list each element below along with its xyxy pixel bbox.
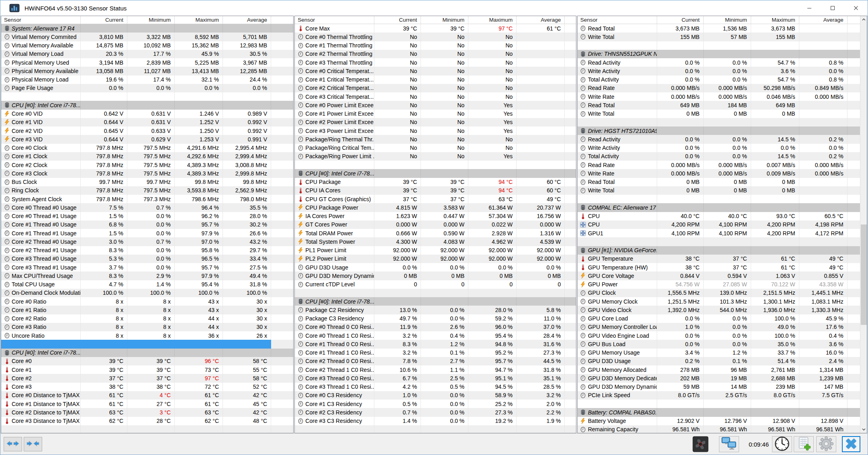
column-header-current[interactable]: Current	[374, 16, 421, 24]
maximize-button[interactable]	[821, 0, 844, 16]
sensor-row[interactable]: Ring Clock797.8 MHz797.5 MHz3,593.8 MHz2…	[1, 186, 293, 195]
sensor-row[interactable]: Core #0 Critical Temperat...NoNoNo	[295, 67, 576, 75]
sensor-row[interactable]: Physical Memory Available13,058 MB11,027…	[1, 67, 293, 75]
column-header-average[interactable]: Average	[223, 16, 271, 24]
sensor-row[interactable]: Core #1 Thread 1 C0 Resi...3.2 %0.1 %95.…	[295, 349, 576, 357]
sensor-row[interactable]: GPU D3D Memory Dynamic59 MB14 MB239 MB14…	[578, 383, 860, 391]
column-header-sensor[interactable]: Sensor	[578, 16, 657, 24]
settings-button[interactable]	[816, 436, 836, 452]
sensor-row[interactable]: Core #3 Power Limit Excee...NoNoYes	[295, 127, 576, 135]
remote-monitoring-button[interactable]	[719, 436, 739, 452]
report-button[interactable]	[794, 436, 814, 452]
sensor-row[interactable]: GPU14,100 RPM4,100 RPM4,200 RPM4,172 RPM	[578, 229, 860, 237]
sensor-row[interactable]: Core #1 VID0.644 V0.631 V1.252 V0.992 V	[1, 118, 293, 127]
sensor-row[interactable]: Core #3 Critical Temperat...NoNoNo	[295, 92, 576, 101]
scroll-up-button[interactable]	[860, 16, 867, 23]
sensor-row[interactable]: Read Rate0.000 MB/s0.000 MB/s50.298 MB/s…	[578, 84, 860, 92]
minimize-button[interactable]	[798, 0, 821, 16]
sensor-row[interactable]: Virtual Memory Available14,875 MB10,092 …	[1, 41, 293, 50]
sensor-row[interactable]: Core #0 Thread #1 Usage1.5 %0.0 %96.2 %2…	[1, 212, 293, 220]
sensor-row[interactable]: CPU IA Cores39 °C39 °C94 °C60 °C	[295, 186, 576, 195]
sensor-row[interactable]: Core #1 Thermal ThrottlingNoNoNo	[295, 41, 576, 50]
sensor-group-row[interactable]: CPU [#0]: Intel Core i7-78...	[295, 169, 576, 178]
sensor-row[interactable]: Core #2 Thread 0 C0 Resi...7.8 %2.7 %95.…	[295, 357, 576, 365]
sensor-row[interactable]: GPU Temperature38 °C37 °C61 °C49 °C	[578, 255, 860, 263]
sensor-row[interactable]: Core #1 Thread #1 Usage1.5 %0.0 %97.9 %2…	[1, 229, 293, 237]
sensor-row[interactable]: Core #2 Thermal ThrottlingNoNoNo	[295, 50, 576, 58]
sensor-row[interactable]: GPU Video Engine Load0.0 %0.0 %100.0 %0.…	[578, 331, 860, 340]
sensor-row[interactable]: Core #2 Thread 1 C0 Resi...10.6 %1.1 %94…	[295, 365, 576, 374]
sensor-row[interactable]: Core #2 Distance to TjMAX63 °C3 °C63 °C4…	[1, 408, 293, 416]
expand-columns-button[interactable]	[4, 437, 22, 451]
sensor-row[interactable]: GPU D3D Usage0.0 %0.0 %0.0 %0.0 %	[295, 263, 576, 271]
sensor-row[interactable]: GPU D3D Memory Dedicated202 MB19 MB2,688…	[578, 374, 860, 382]
sensor-row[interactable]: Core #3 Thread #0 Usage5.3 %0.0 %96.5 %3…	[1, 255, 293, 263]
sensor-row[interactable]: Uncore Ratio8 x8 x36 x26 x	[1, 331, 293, 340]
sensor-row[interactable]: GPU Core Voltage0.844 V0.594 V1.063 V0.8…	[578, 271, 860, 280]
sensor-row[interactable]: Core #0 Ratio8 x8 x43 x30 x	[1, 297, 293, 306]
sensor-row[interactable]: Core #2 Clock797.8 MHz797.5 MHz4,389.3 M…	[1, 161, 293, 169]
sensor-row[interactable]: Core #1 Thread #0 Usage6.8 %0.0 %95.7 %3…	[1, 220, 293, 229]
sensor-row[interactable]: Total System Power4.300 W4.083 W4.962 W4…	[295, 237, 576, 246]
sensor-row[interactable]: Total Activity0.0 %0.0 %14.5 %0.2 %	[578, 152, 860, 161]
sensor-row[interactable]: IA Cores Power1.623 W0.447 W57.304 W16.7…	[295, 212, 576, 220]
sensor-row[interactable]: Virtual Memory Load20.3 %17.7 %45.9 %30.…	[1, 50, 293, 58]
column-header-average[interactable]: Average	[799, 16, 848, 24]
sensor-row[interactable]: PCIe Link Speed8.0 GT/s2.5 GT/s8.0 GT/s7…	[578, 391, 860, 400]
sensor-row[interactable]: Total CPU Usage4.7 %1.4 %95.4 %31.8 %	[1, 280, 293, 289]
sensor-row[interactable]: Core #237 °C37 °C97 °C58 °C	[1, 374, 293, 382]
sensor-row[interactable]: GPU D3D Usage0.2 %0.1 %51.4 %2.4 %	[578, 357, 860, 365]
sensor-row[interactable]: Core #2 Thread #0 Usage3.0 %0.7 %97.0 %4…	[1, 237, 293, 246]
column-header-sensor[interactable]: Sensor	[1, 16, 81, 24]
sensor-row[interactable]: GPU Memory Allocated278 MB96 MB2,761 MB1…	[578, 365, 860, 374]
column-header-maximum[interactable]: Maximum	[751, 16, 799, 24]
column-header-maximum[interactable]: Maximum	[175, 16, 223, 24]
sensor-row[interactable]: System Agent Clock797.8 MHz797.3 MHz798.…	[1, 195, 293, 203]
column-header-minimum[interactable]: Minimum	[704, 16, 751, 24]
collapse-columns-button[interactable]	[24, 437, 42, 451]
sensor-row[interactable]: Page File Usage0.0 %0.0 %0.0 %0.0 %	[1, 84, 293, 92]
sensor-row[interactable]: Read Rate0.000 MB/s0.000 MB/s0.007 MB/s0…	[578, 161, 860, 169]
sensor-row[interactable]: Core #0 Thread #0 Usage7.5 %0.7 %96.4 %3…	[1, 203, 293, 212]
sensor-row[interactable]: Core #139 °C39 °C73 °C55 °C	[1, 365, 293, 374]
column-header-current[interactable]: Current	[657, 16, 704, 24]
sensor-row[interactable]: CPU GT Cores (Graphics)37 °C37 °C63 °C49…	[295, 195, 576, 203]
sensor-group-row[interactable]: CPU [#0]: Intel Core i7-78...	[1, 349, 293, 357]
clock-button[interactable]	[772, 436, 792, 452]
sensor-row[interactable]: CPU4,200 RPM4,100 RPM4,200 RPM4,198 RPM	[578, 220, 860, 229]
sensor-row[interactable]: GT Cores Power0.000 W0.000 W0.022 W0.000…	[295, 220, 576, 229]
sensor-group-row[interactable]: COMPAL EC: Alienware 17 ...	[578, 203, 860, 212]
sensor-row[interactable]: Max CPU/Thread Usage8.3 %2.9 %97.9 %49.4…	[1, 271, 293, 280]
column-header-maximum[interactable]: Maximum	[468, 16, 517, 24]
column-header-current[interactable]: Current	[81, 16, 127, 24]
sensor-row[interactable]: Core #2 Ratio8 x8 x44 x30 x	[1, 314, 293, 323]
sensor-group-row[interactable]: Battery: COMPAL PABAS0...	[578, 408, 860, 416]
column-header-sensor[interactable]: Sensor	[295, 16, 374, 24]
close-button[interactable]	[842, 436, 860, 452]
sensor-row[interactable]: GPU Power54.756 W27.085 W70.122 W43.358 …	[578, 280, 860, 289]
sensor-row[interactable]: Core #3 Thermal ThrottlingNoNoNo	[295, 58, 576, 67]
sensor-row[interactable]: Core #0 Thread 0 C0 Resi...11.9 %2.6 %96…	[295, 323, 576, 331]
sensor-row[interactable]: Core #1 Clock797.8 MHz797.5 MHz4,292.6 M…	[1, 152, 293, 161]
vertical-scrollbar[interactable]	[860, 16, 867, 433]
sensor-row[interactable]: Write Rate0.000 MB/s0.000 MB/s0.046 MB/s…	[578, 92, 860, 101]
scroll-down-button[interactable]	[860, 426, 867, 433]
sensor-row[interactable]: Core #3 Distance to TjMAX62 °C28 °C62 °C…	[1, 417, 293, 425]
sensor-row[interactable]: Virtual Memory Commited3,810 MB3,322 MB8…	[1, 33, 293, 41]
sensor-row[interactable]: Remaining Capacity96.581 Wh96.581 Wh96.5…	[578, 425, 860, 433]
sensor-row[interactable]: Core #3 Thread 1 C0 Resi...4.2 %0.5 %94.…	[295, 383, 576, 391]
sensor-row[interactable]: Core #039 °C39 °C96 °C58 °C	[1, 357, 293, 365]
sensor-row[interactable]: Write Total0 MB0 MB0 MB	[578, 110, 860, 118]
sensor-row[interactable]: Core #1 Power Limit Excee...NoNoYes	[295, 110, 576, 118]
sensor-row[interactable]: GPU D3D Memory Dynamic0 MB0 MB0 MB0 MB	[295, 271, 576, 280]
column-header-average[interactable]: Average	[517, 16, 565, 24]
sensor-row[interactable]: Total DRAM Power0.666 W0.590 W2.928 W1.3…	[295, 229, 576, 237]
sensor-row[interactable]: Core Max39 °C39 °C97 °C61 °C	[295, 24, 576, 33]
sensor-row[interactable]: Physical Memory Load19.6 %17.4 %32.1 %24…	[1, 75, 293, 84]
sensor-row[interactable]: Core #0 Thread 1 C0 Resi...3.2 %0.4 %95.…	[295, 331, 576, 340]
sensor-row[interactable]: Core #0 VID0.642 V0.631 V1.246 V0.989 V	[1, 110, 293, 118]
sensor-row[interactable]: Core #0 Clock797.8 MHz797.5 MHz4,291.6 M…	[1, 144, 293, 152]
sensor-row[interactable]: Package/Ring Power Limit ...NoNoYes	[295, 152, 576, 161]
sensor-row[interactable]: Core #1 Ratio8 x8 x43 x30 x	[1, 306, 293, 314]
sensor-group-row[interactable]: System: Alienware 17 R4	[1, 24, 293, 33]
